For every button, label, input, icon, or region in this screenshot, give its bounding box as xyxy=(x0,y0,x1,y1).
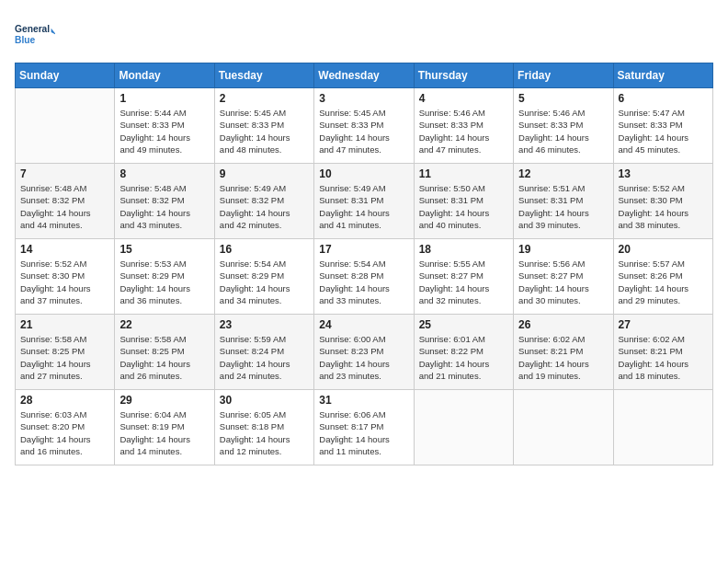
header-day: Friday xyxy=(514,63,613,88)
calendar-week-row: 21Sunrise: 5:58 AM Sunset: 8:25 PM Dayli… xyxy=(16,315,713,390)
day-info: Sunrise: 5:48 AM Sunset: 8:32 PM Dayligh… xyxy=(20,182,109,231)
calendar-cell: 8Sunrise: 5:48 AM Sunset: 8:32 PM Daylig… xyxy=(115,164,214,239)
header-day: Monday xyxy=(115,63,214,88)
day-number: 4 xyxy=(419,92,508,105)
day-info: Sunrise: 5:49 AM Sunset: 8:32 PM Dayligh… xyxy=(220,182,309,231)
day-info: Sunrise: 5:50 AM Sunset: 8:31 PM Dayligh… xyxy=(419,182,508,231)
calendar-cell: 7Sunrise: 5:48 AM Sunset: 8:32 PM Daylig… xyxy=(16,164,115,239)
day-number: 5 xyxy=(518,92,608,105)
calendar-cell: 24Sunrise: 6:00 AM Sunset: 8:23 PM Dayli… xyxy=(314,315,414,390)
day-info: Sunrise: 5:49 AM Sunset: 8:31 PM Dayligh… xyxy=(319,182,408,231)
header-day: Thursday xyxy=(414,63,513,88)
day-info: Sunrise: 6:02 AM Sunset: 8:21 PM Dayligh… xyxy=(518,333,608,382)
calendar-week-row: 1Sunrise: 5:44 AM Sunset: 8:33 PM Daylig… xyxy=(16,88,713,164)
calendar-cell: 31Sunrise: 6:06 AM Sunset: 8:17 PM Dayli… xyxy=(314,390,414,465)
calendar-cell: 23Sunrise: 5:59 AM Sunset: 8:24 PM Dayli… xyxy=(214,315,313,390)
day-number: 2 xyxy=(220,92,309,105)
day-number: 13 xyxy=(619,167,708,180)
calendar-cell: 14Sunrise: 5:52 AM Sunset: 8:30 PM Dayli… xyxy=(16,239,115,315)
day-number: 29 xyxy=(119,394,209,407)
day-number: 28 xyxy=(20,394,109,407)
calendar-header: SundayMondayTuesdayWednesdayThursdayFrid… xyxy=(16,63,713,88)
day-number: 25 xyxy=(419,318,508,331)
calendar-week-row: 28Sunrise: 6:03 AM Sunset: 8:20 PM Dayli… xyxy=(16,390,713,465)
calendar-cell: 29Sunrise: 6:04 AM Sunset: 8:19 PM Dayli… xyxy=(115,390,214,465)
calendar-cell: 5Sunrise: 5:46 AM Sunset: 8:33 PM Daylig… xyxy=(514,88,613,164)
calendar-cell: 18Sunrise: 5:55 AM Sunset: 8:27 PM Dayli… xyxy=(414,239,513,315)
calendar-cell: 13Sunrise: 5:52 AM Sunset: 8:30 PM Dayli… xyxy=(613,164,712,239)
calendar-cell: 10Sunrise: 5:49 AM Sunset: 8:31 PM Dayli… xyxy=(314,164,414,239)
day-number: 8 xyxy=(119,167,209,180)
day-number: 19 xyxy=(518,243,608,256)
calendar-cell: 22Sunrise: 5:58 AM Sunset: 8:25 PM Dayli… xyxy=(115,315,214,390)
day-info: Sunrise: 5:57 AM Sunset: 8:26 PM Dayligh… xyxy=(619,258,708,306)
calendar-cell: 16Sunrise: 5:54 AM Sunset: 8:29 PM Dayli… xyxy=(214,239,313,315)
day-number: 26 xyxy=(518,318,608,331)
day-info: Sunrise: 5:45 AM Sunset: 8:33 PM Dayligh… xyxy=(319,107,408,155)
day-info: Sunrise: 5:48 AM Sunset: 8:32 PM Dayligh… xyxy=(119,182,209,231)
day-info: Sunrise: 6:03 AM Sunset: 8:20 PM Dayligh… xyxy=(20,408,109,457)
day-number: 20 xyxy=(619,243,708,256)
header-day: Sunday xyxy=(16,63,115,88)
day-info: Sunrise: 5:56 AM Sunset: 8:27 PM Dayligh… xyxy=(518,258,608,306)
calendar-cell: 25Sunrise: 6:01 AM Sunset: 8:22 PM Dayli… xyxy=(414,315,513,390)
day-number: 24 xyxy=(319,318,408,331)
calendar-cell xyxy=(414,390,513,465)
calendar-cell: 12Sunrise: 5:51 AM Sunset: 8:31 PM Dayli… xyxy=(514,164,613,239)
page-header: General Blue xyxy=(15,15,713,55)
calendar-cell xyxy=(16,88,115,164)
day-info: Sunrise: 5:51 AM Sunset: 8:31 PM Dayligh… xyxy=(518,182,608,231)
day-number: 9 xyxy=(220,167,309,180)
day-info: Sunrise: 5:54 AM Sunset: 8:28 PM Dayligh… xyxy=(319,258,408,306)
day-number: 11 xyxy=(419,167,508,180)
calendar-cell: 21Sunrise: 5:58 AM Sunset: 8:25 PM Dayli… xyxy=(16,315,115,390)
day-info: Sunrise: 5:44 AM Sunset: 8:33 PM Dayligh… xyxy=(119,107,209,155)
svg-text:Blue: Blue xyxy=(15,35,36,45)
day-number: 14 xyxy=(20,243,109,256)
day-info: Sunrise: 5:58 AM Sunset: 8:25 PM Dayligh… xyxy=(20,333,109,382)
calendar-cell: 20Sunrise: 5:57 AM Sunset: 8:26 PM Dayli… xyxy=(613,239,712,315)
day-number: 1 xyxy=(119,92,209,105)
day-info: Sunrise: 5:59 AM Sunset: 8:24 PM Dayligh… xyxy=(220,333,309,382)
day-number: 18 xyxy=(419,243,508,256)
calendar-cell: 4Sunrise: 5:46 AM Sunset: 8:33 PM Daylig… xyxy=(414,88,513,164)
logo: General Blue xyxy=(15,15,55,55)
calendar-cell: 30Sunrise: 6:05 AM Sunset: 8:18 PM Dayli… xyxy=(214,390,313,465)
calendar-cell xyxy=(514,390,613,465)
calendar-cell: 3Sunrise: 5:45 AM Sunset: 8:33 PM Daylig… xyxy=(314,88,414,164)
day-info: Sunrise: 6:04 AM Sunset: 8:19 PM Dayligh… xyxy=(119,408,209,457)
calendar-cell: 26Sunrise: 6:02 AM Sunset: 8:21 PM Dayli… xyxy=(514,315,613,390)
day-info: Sunrise: 6:06 AM Sunset: 8:17 PM Dayligh… xyxy=(319,408,408,457)
day-info: Sunrise: 5:45 AM Sunset: 8:33 PM Dayligh… xyxy=(220,107,309,155)
day-number: 7 xyxy=(20,167,109,180)
calendar-cell: 1Sunrise: 5:44 AM Sunset: 8:33 PM Daylig… xyxy=(115,88,214,164)
day-number: 3 xyxy=(319,92,408,105)
day-info: Sunrise: 5:55 AM Sunset: 8:27 PM Dayligh… xyxy=(419,258,508,306)
day-number: 15 xyxy=(119,243,209,256)
day-info: Sunrise: 5:46 AM Sunset: 8:33 PM Dayligh… xyxy=(518,107,608,155)
day-number: 17 xyxy=(319,243,408,256)
calendar-week-row: 14Sunrise: 5:52 AM Sunset: 8:30 PM Dayli… xyxy=(16,239,713,315)
calendar-cell: 15Sunrise: 5:53 AM Sunset: 8:29 PM Dayli… xyxy=(115,239,214,315)
header-day: Tuesday xyxy=(214,63,313,88)
day-info: Sunrise: 5:53 AM Sunset: 8:29 PM Dayligh… xyxy=(119,258,209,306)
day-info: Sunrise: 6:05 AM Sunset: 8:18 PM Dayligh… xyxy=(220,408,309,457)
day-info: Sunrise: 5:47 AM Sunset: 8:33 PM Dayligh… xyxy=(619,107,708,155)
day-info: Sunrise: 5:54 AM Sunset: 8:29 PM Dayligh… xyxy=(220,258,309,306)
calendar-cell: 17Sunrise: 5:54 AM Sunset: 8:28 PM Dayli… xyxy=(314,239,414,315)
calendar-cell: 11Sunrise: 5:50 AM Sunset: 8:31 PM Dayli… xyxy=(414,164,513,239)
calendar-table: SundayMondayTuesdayWednesdayThursdayFrid… xyxy=(15,63,713,465)
day-number: 23 xyxy=(220,318,309,331)
header-day: Saturday xyxy=(613,63,712,88)
day-number: 21 xyxy=(20,318,109,331)
calendar-cell: 19Sunrise: 5:56 AM Sunset: 8:27 PM Dayli… xyxy=(514,239,613,315)
calendar-cell xyxy=(613,390,712,465)
svg-text:General: General xyxy=(15,24,50,34)
day-info: Sunrise: 6:02 AM Sunset: 8:21 PM Dayligh… xyxy=(619,333,708,382)
day-number: 16 xyxy=(220,243,309,256)
day-number: 27 xyxy=(619,318,708,331)
calendar-week-row: 7Sunrise: 5:48 AM Sunset: 8:32 PM Daylig… xyxy=(16,164,713,239)
calendar-cell: 6Sunrise: 5:47 AM Sunset: 8:33 PM Daylig… xyxy=(613,88,712,164)
header-day: Wednesday xyxy=(314,63,414,88)
day-info: Sunrise: 5:52 AM Sunset: 8:30 PM Dayligh… xyxy=(619,182,708,231)
